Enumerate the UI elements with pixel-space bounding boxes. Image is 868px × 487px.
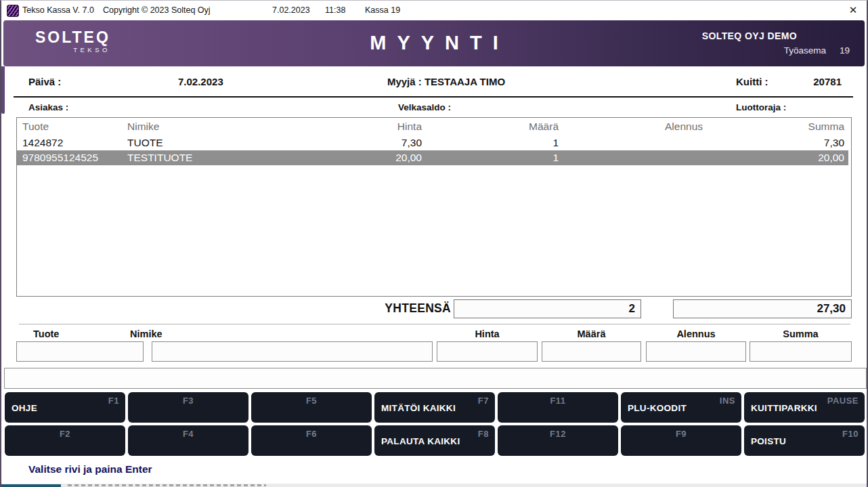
exit-button-f10[interactable]: POISTUF10 [744, 425, 865, 456]
void-all-button-f7[interactable]: MITÄTÖI KAIKKIF7 [374, 392, 495, 423]
cell-tuote: 9780955124525 [17, 152, 127, 164]
col-header-tuote: Tuote [17, 121, 127, 133]
col-header-hinta: Hinta [311, 121, 422, 133]
cell-hinta: 20,00 [311, 152, 422, 164]
col-header-maara: Määrä [422, 121, 559, 133]
fkey-code: F11 [498, 396, 618, 406]
workstation-info: Työasema19 [784, 45, 850, 56]
fkey-code: F6 [251, 429, 372, 439]
total-quantity-box: 2 [454, 299, 641, 318]
table-row[interactable]: 1424872 TUOTE 7,30 1 7,30 [17, 135, 851, 150]
cell-hinta: 7,30 [311, 137, 422, 149]
workstation-label: Työasema [784, 45, 826, 56]
fkey-code: F9 [621, 429, 741, 439]
copyright-text: Copyright © 2023 Solteq Oyj [103, 5, 211, 15]
workstation-number: 19 [840, 45, 850, 56]
bottom-teal-bar [1, 484, 61, 487]
app-header: SOLTEQ TEKSO MYYNTI SOLTEQ OYJ DEMO Työa… [3, 20, 865, 66]
pos-window: Tekso Kassa V. 7.0 Copyright © 2023 Solt… [0, 0, 868, 487]
fkey-button-f6[interactable]: F6 [251, 425, 372, 456]
titlebar-register: Kassa 19 [365, 5, 400, 15]
sale-lines-table: Tuote Nimike Hinta Määrä Alennus Summa 1… [16, 117, 852, 297]
fkey-code: F8 [478, 429, 489, 439]
table-row-selected[interactable]: 9780955124525 TESTITUOTE 20,00 1 20,00 [17, 150, 851, 165]
entry-label-alennus: Alennus [646, 329, 746, 339]
debt-balance-label: Velkasaldo : [0, 102, 857, 112]
fkey-code: F10 [842, 429, 859, 439]
fkey-button-f9[interactable]: F9 [621, 425, 741, 456]
total-label: YHTEENSÄ [367, 301, 451, 316]
seller-label: Myyjä : [387, 76, 422, 87]
entry-label-nimike: Nimike [130, 329, 162, 339]
entry-label-tuote: Tuote [33, 329, 59, 339]
entry-hinta-input[interactable] [437, 341, 538, 362]
col-header-summa: Summa [703, 121, 851, 133]
fkey-button-f5[interactable]: F5 [251, 392, 372, 423]
fkey-code: F3 [128, 396, 248, 406]
titlebar-time: 11:38 [325, 5, 345, 15]
window-title: Tekso Kassa V. 7.0 [22, 5, 94, 15]
plu-codes-button-ins[interactable]: PLU-KOODITINS [621, 392, 741, 423]
titlebar: Tekso Kassa V. 7.0 Copyright © 2023 Solt… [1, 1, 867, 20]
close-icon[interactable]: ✕ [845, 3, 861, 18]
entry-label-summa: Summa [750, 329, 852, 339]
fkey-button-f4[interactable]: F4 [128, 425, 248, 456]
help-button-f1[interactable]: OHJEF1 [5, 392, 125, 423]
function-key-grid: OHJEF1 F3 F5 MITÄTÖI KAIKKIF7 F11 PLU-KO… [5, 392, 865, 456]
col-header-nimike: Nimike [127, 121, 311, 133]
cell-nimike: TESTITUOTE [127, 152, 311, 164]
entry-tuote-input[interactable] [16, 341, 144, 362]
receipt-label: Kuitti : [736, 76, 768, 87]
fkey-code: F1 [108, 396, 119, 406]
return-all-button-f8[interactable]: PALAUTA KAIKKIF8 [374, 425, 495, 456]
command-input[interactable] [4, 368, 867, 389]
separator-line-2 [19, 324, 850, 324]
fkey-code: F5 [251, 396, 372, 406]
fkey-code: F4 [128, 429, 248, 439]
company-name: SOLTEQ OYJ DEMO [702, 30, 797, 41]
receipt-number: 20781 [813, 76, 842, 87]
entry-label-maara: Määrä [542, 329, 641, 339]
fkey-button-f2[interactable]: F2 [5, 425, 125, 456]
cell-maara: 1 [422, 152, 559, 164]
table-header-row: Tuote Nimike Hinta Määrä Alennus Summa [17, 118, 851, 135]
bottom-text-remnant [68, 484, 266, 486]
bottom-strip [1, 484, 867, 487]
entry-summa-input[interactable] [750, 341, 852, 362]
entry-alennus-input[interactable] [646, 341, 746, 362]
cell-summa: 7,30 [703, 137, 851, 149]
credit-limit-label: Luottoraja : [736, 102, 786, 112]
col-header-alennus: Alennus [559, 121, 703, 133]
titlebar-date: 7.02.2023 [272, 5, 310, 15]
fkey-code: PAUSE [827, 396, 859, 406]
entry-nimike-input[interactable] [152, 341, 433, 362]
fkey-button-f12[interactable]: F12 [498, 425, 618, 456]
cell-tuote: 1424872 [17, 137, 127, 149]
seller-value: TESTAAJA TIMO [425, 76, 505, 87]
app-logo-icon [7, 5, 19, 17]
fkey-code: INS [720, 396, 735, 406]
fkey-button-f11[interactable]: F11 [498, 392, 618, 423]
fkey-code: F7 [478, 396, 489, 406]
cell-nimike: TUOTE [127, 137, 311, 149]
fkey-button-f3[interactable]: F3 [128, 392, 248, 423]
cell-summa: 20,00 [703, 152, 851, 164]
status-message: Valitse rivi ja paina Enter [28, 463, 152, 475]
receipt-park-button-pause[interactable]: KUITTIPARKKIPAUSE [744, 392, 865, 423]
entry-label-hinta: Hinta [437, 329, 538, 339]
separator-line [14, 96, 853, 98]
total-sum-box: 27,30 [673, 299, 852, 318]
fkey-code: F2 [5, 429, 125, 439]
entry-maara-input[interactable] [542, 341, 641, 362]
fkey-code: F12 [498, 429, 618, 439]
cell-maara: 1 [422, 137, 559, 149]
